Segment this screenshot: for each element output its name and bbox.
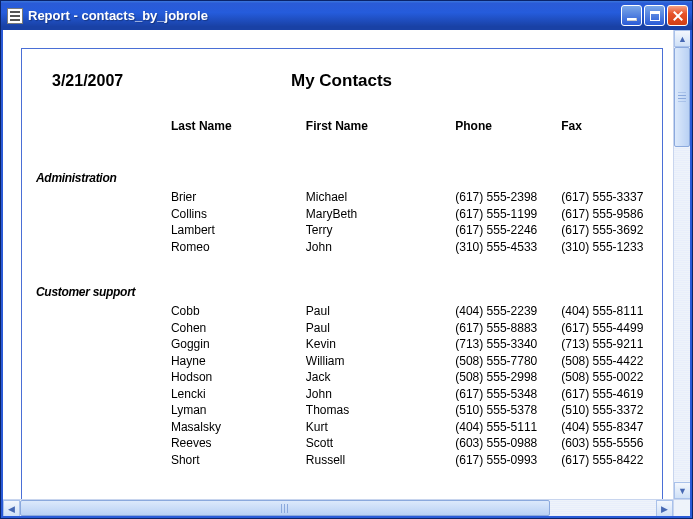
cell-spacer (36, 206, 171, 223)
table-row: HodsonJack(508) 555-2998(508) 555-0022 (36, 369, 648, 386)
cell-spacer (36, 386, 171, 403)
cell-spacer (36, 369, 171, 386)
cell-phone: (510) 555-5378 (455, 402, 561, 419)
cell-phone: (617) 555-8883 (455, 320, 561, 337)
window-buttons (621, 5, 688, 26)
table-row: BrierMichael(617) 555-2398(617) 555-3337 (36, 189, 648, 206)
table-row: RomeoJohn(310) 555-4533(310) 555-1233 (36, 239, 648, 256)
cell-phone: (603) 555-0988 (455, 435, 561, 452)
content-wrap: 3/21/2007 My Contacts Last Name First Na… (3, 30, 690, 499)
cell-lastname: Hayne (171, 353, 306, 370)
cell-firstname: William (306, 353, 455, 370)
report-icon (7, 8, 23, 24)
cell-fax: (617) 555-3337 (561, 189, 648, 206)
cell-firstname: Terry (306, 222, 455, 239)
vertical-scrollbar[interactable]: ▲ ▼ (673, 30, 690, 499)
report-viewport: 3/21/2007 My Contacts Last Name First Na… (3, 30, 673, 499)
window: Report - contacts_by_jobrole 3/21/2007 M… (0, 0, 693, 519)
cell-lastname: Romeo (171, 239, 306, 256)
cell-phone: (310) 555-4533 (455, 239, 561, 256)
cell-spacer (36, 189, 171, 206)
cell-spacer (36, 353, 171, 370)
table-row: MasalskyKurt(404) 555-5111(404) 555-8347 (36, 419, 648, 436)
table-row: CohenPaul(617) 555-8883(617) 555-4499 (36, 320, 648, 337)
cell-firstname: John (306, 239, 455, 256)
cell-spacer (36, 435, 171, 452)
table-row: LenckiJohn(617) 555-5348(617) 555-4619 (36, 386, 648, 403)
cell-firstname: Thomas (306, 402, 455, 419)
report-page: 3/21/2007 My Contacts Last Name First Na… (21, 48, 663, 499)
cell-phone: (508) 555-7780 (455, 353, 561, 370)
table-row: GogginKevin(713) 555-3340(713) 555-9211 (36, 336, 648, 353)
scroll-right-button[interactable]: ▶ (656, 500, 673, 517)
cell-lastname: Goggin (171, 336, 306, 353)
cell-fax: (617) 555-4499 (561, 320, 648, 337)
cell-firstname: Russell (306, 452, 455, 469)
col-header-lastname: Last Name (171, 119, 306, 133)
cell-spacer (36, 320, 171, 337)
col-header-phone: Phone (455, 119, 561, 133)
table-row: LymanThomas(510) 555-5378(510) 555-3372 (36, 402, 648, 419)
cell-lastname: Collins (171, 206, 306, 223)
group-header: Customer support (36, 285, 648, 299)
cell-spacer (36, 222, 171, 239)
table-row: LambertTerry(617) 555-2246(617) 555-3692 (36, 222, 648, 239)
cell-phone: (713) 555-3340 (455, 336, 561, 353)
minimize-button[interactable] (621, 5, 642, 26)
cell-fax: (404) 555-8347 (561, 419, 648, 436)
cell-fax: (617) 555-4619 (561, 386, 648, 403)
scroll-down-button[interactable]: ▼ (674, 482, 690, 499)
vscroll-track[interactable] (674, 47, 690, 482)
table-row: HayneWilliam(508) 555-7780(508) 555-4422 (36, 353, 648, 370)
minimize-icon (627, 18, 637, 21)
cell-firstname: Michael (306, 189, 455, 206)
cell-spacer (36, 336, 171, 353)
cell-phone: (617) 555-1199 (455, 206, 561, 223)
cell-fax: (617) 555-8422 (561, 452, 648, 469)
cell-firstname: Kurt (306, 419, 455, 436)
maximize-button[interactable] (644, 5, 665, 26)
window-title: Report - contacts_by_jobrole (28, 8, 621, 23)
table-row: CollinsMaryBeth(617) 555-1199(617) 555-9… (36, 206, 648, 223)
cell-spacer (36, 239, 171, 256)
cell-fax: (508) 555-4422 (561, 353, 648, 370)
table-row: ReevesScott(603) 555-0988(603) 555-5556 (36, 435, 648, 452)
vscroll-thumb[interactable] (674, 47, 690, 147)
close-button[interactable] (667, 5, 688, 26)
cell-spacer (36, 419, 171, 436)
cell-lastname: Cohen (171, 320, 306, 337)
cell-phone: (508) 555-2998 (455, 369, 561, 386)
cell-fax: (617) 555-3692 (561, 222, 648, 239)
cell-spacer (36, 402, 171, 419)
hscroll-thumb[interactable] (20, 500, 550, 516)
titlebar[interactable]: Report - contacts_by_jobrole (1, 1, 692, 30)
cell-fax: (404) 555-8111 (561, 303, 648, 320)
cell-firstname: Paul (306, 320, 455, 337)
cell-phone: (617) 555-2398 (455, 189, 561, 206)
report-body: AdministrationBrierMichael(617) 555-2398… (36, 171, 648, 468)
cell-fax: (510) 555-3372 (561, 402, 648, 419)
report-header: 3/21/2007 My Contacts (36, 71, 648, 91)
horizontal-scrollbar[interactable]: ◀ ▶ (3, 499, 690, 516)
cell-firstname: Scott (306, 435, 455, 452)
cell-lastname: Cobb (171, 303, 306, 320)
table-row: CobbPaul(404) 555-2239(404) 555-8111 (36, 303, 648, 320)
cell-lastname: Lencki (171, 386, 306, 403)
cell-firstname: MaryBeth (306, 206, 455, 223)
client-area: 3/21/2007 My Contacts Last Name First Na… (1, 30, 692, 518)
scroll-left-button[interactable]: ◀ (3, 500, 20, 517)
table-row: ShortRussell(617) 555-0993(617) 555-8422 (36, 452, 648, 469)
cell-phone: (404) 555-2239 (455, 303, 561, 320)
cell-spacer (36, 303, 171, 320)
cell-lastname: Lyman (171, 402, 306, 419)
cell-fax: (508) 555-0022 (561, 369, 648, 386)
cell-lastname: Reeves (171, 435, 306, 452)
col-spacer (36, 119, 171, 133)
group-gap (36, 255, 648, 285)
cell-fax: (603) 555-5556 (561, 435, 648, 452)
cell-fax: (713) 555-9211 (561, 336, 648, 353)
cell-lastname: Lambert (171, 222, 306, 239)
report-title: My Contacts (291, 71, 392, 91)
hscroll-track[interactable] (20, 500, 656, 516)
scroll-up-button[interactable]: ▲ (674, 30, 690, 47)
